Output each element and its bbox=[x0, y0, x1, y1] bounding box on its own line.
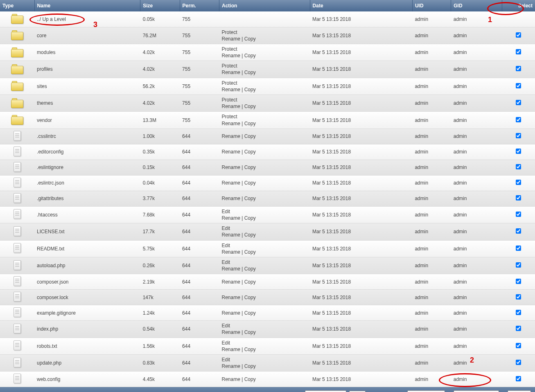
file-name-link[interactable]: composer.lock bbox=[37, 295, 68, 300]
rename-link[interactable]: Rename bbox=[221, 266, 240, 272]
copy-link[interactable]: Copy bbox=[244, 266, 256, 272]
select-checkbox[interactable] bbox=[516, 195, 521, 201]
select-checkbox[interactable] bbox=[516, 66, 521, 71]
copy-link[interactable]: Copy bbox=[244, 232, 256, 238]
copy-link[interactable]: Copy bbox=[244, 164, 256, 170]
select-checkbox[interactable] bbox=[516, 117, 521, 122]
edit-link[interactable]: Edit bbox=[221, 243, 230, 248]
perm-link[interactable]: 644 bbox=[182, 263, 190, 268]
perm-link[interactable]: 755 bbox=[182, 66, 190, 72]
perm-link[interactable]: 644 bbox=[182, 149, 190, 155]
rename-link[interactable]: Rename bbox=[221, 87, 240, 92]
file-name-link[interactable]: autoload.php bbox=[37, 263, 65, 268]
copy-link[interactable]: Copy bbox=[244, 180, 256, 186]
file-name-link[interactable]: .gitattributes bbox=[37, 196, 63, 201]
protect-link[interactable]: Protect bbox=[221, 114, 237, 119]
rename-link[interactable]: Rename bbox=[221, 232, 240, 238]
file-name-link[interactable]: modules bbox=[37, 50, 55, 55]
copy-link[interactable]: Copy bbox=[244, 87, 256, 92]
rename-link[interactable]: Rename bbox=[221, 329, 240, 335]
rename-link[interactable]: Rename bbox=[221, 363, 240, 369]
rename-link[interactable]: Rename bbox=[221, 180, 240, 186]
file-name-link[interactable]: themes bbox=[37, 100, 53, 106]
rename-link[interactable]: Rename bbox=[221, 295, 240, 300]
select-checkbox[interactable] bbox=[516, 164, 521, 169]
perm-link[interactable]: 644 bbox=[182, 164, 190, 170]
select-checkbox[interactable] bbox=[516, 246, 521, 251]
col-name[interactable]: Name bbox=[34, 0, 140, 11]
copy-link[interactable]: Copy bbox=[244, 310, 256, 316]
file-name-link[interactable]: .editorconfig bbox=[37, 149, 63, 155]
select-checkbox[interactable] bbox=[516, 100, 521, 105]
select-checkbox[interactable] bbox=[516, 133, 521, 138]
select-checkbox[interactable] bbox=[516, 32, 521, 38]
file-name-link[interactable]: update.php bbox=[37, 360, 61, 366]
col-perm[interactable]: Perm. bbox=[180, 0, 219, 11]
copy-link[interactable]: Copy bbox=[244, 249, 256, 255]
perm-link[interactable]: 755 bbox=[182, 83, 190, 89]
rename-link[interactable]: Rename bbox=[221, 310, 240, 316]
select-checkbox[interactable] bbox=[516, 376, 521, 381]
rename-link[interactable]: Rename bbox=[221, 215, 240, 221]
file-name-link[interactable]: composer.json bbox=[37, 279, 68, 285]
col-gid[interactable]: GID bbox=[451, 0, 502, 11]
rename-link[interactable]: Rename bbox=[221, 36, 240, 42]
perm-link[interactable]: 644 bbox=[182, 180, 190, 186]
rename-link[interactable]: Rename bbox=[221, 53, 240, 59]
rename-link[interactable]: Rename bbox=[221, 279, 240, 285]
perm-link[interactable]: 644 bbox=[182, 279, 190, 285]
set-permission-button[interactable]: set Permission bbox=[305, 390, 346, 392]
rename-link[interactable]: Rename bbox=[221, 70, 240, 75]
copy-link[interactable]: Copy bbox=[244, 149, 256, 155]
file-name-link[interactable]: README.txt bbox=[37, 246, 64, 252]
rename-link[interactable]: Rename bbox=[221, 196, 240, 201]
perm-link[interactable]: 755 bbox=[182, 33, 190, 38]
perm-link[interactable]: 755 bbox=[182, 117, 190, 123]
perm-link[interactable]: 755 bbox=[182, 100, 190, 106]
rename-link[interactable]: Rename bbox=[221, 149, 240, 155]
file-name-link[interactable]: .eslintrc.json bbox=[37, 180, 64, 186]
select-checkbox[interactable] bbox=[516, 294, 521, 300]
select-checkbox[interactable] bbox=[516, 180, 521, 185]
file-name-link[interactable]: robots.txt bbox=[37, 343, 57, 349]
perm-link[interactable]: 644 bbox=[182, 310, 190, 316]
col-select[interactable]: Select bbox=[502, 0, 535, 11]
col-date[interactable]: Date bbox=[310, 0, 412, 11]
file-name-link[interactable]: vendor bbox=[37, 117, 52, 123]
file-name-link[interactable]: example.gitignore bbox=[37, 310, 76, 316]
col-uid[interactable]: UID bbox=[412, 0, 451, 11]
select-checkbox[interactable] bbox=[516, 360, 521, 365]
select-checkbox[interactable] bbox=[516, 279, 521, 284]
perm-link[interactable]: 644 bbox=[182, 343, 190, 349]
select-checkbox[interactable] bbox=[516, 310, 521, 315]
protect-link[interactable]: Protect bbox=[221, 46, 237, 52]
copy-link[interactable]: Copy bbox=[244, 104, 256, 109]
copy-link[interactable]: Copy bbox=[244, 376, 256, 382]
copy-link[interactable]: Copy bbox=[244, 70, 256, 75]
col-action[interactable]: Action bbox=[219, 0, 310, 11]
edit-link[interactable]: Edit bbox=[221, 323, 230, 329]
select-checkbox[interactable] bbox=[516, 262, 521, 268]
select-checkbox[interactable] bbox=[516, 228, 521, 234]
edit-link[interactable]: Edit bbox=[221, 225, 230, 231]
file-name-link[interactable]: .csslintrc bbox=[37, 133, 56, 139]
select-checkbox[interactable] bbox=[516, 49, 521, 54]
copy-link[interactable]: Copy bbox=[244, 53, 256, 59]
perm-link[interactable]: 644 bbox=[182, 360, 190, 366]
perm-link[interactable]: 644 bbox=[182, 196, 190, 201]
perm-link[interactable]: 644 bbox=[182, 246, 190, 252]
copy-link[interactable]: Copy bbox=[244, 36, 256, 42]
perm-link[interactable]: 755 bbox=[182, 50, 190, 55]
protect-link[interactable]: Protect bbox=[221, 80, 237, 86]
edit-link[interactable]: Edit bbox=[221, 340, 230, 346]
file-name-link[interactable]: profiles bbox=[37, 66, 53, 72]
reset-owner-button[interactable]: Reset Owner bbox=[407, 390, 445, 392]
delete-button[interactable]: Delete bbox=[508, 390, 531, 392]
file-name-link[interactable]: .htaccess bbox=[37, 212, 58, 218]
rename-link[interactable]: Rename bbox=[221, 376, 240, 382]
rename-link[interactable]: Rename bbox=[221, 121, 240, 126]
perm-link[interactable]: 755 bbox=[182, 16, 190, 22]
edit-link[interactable]: Edit bbox=[221, 357, 230, 363]
select-checkbox[interactable] bbox=[516, 212, 521, 217]
select-checkbox[interactable] bbox=[516, 326, 521, 331]
